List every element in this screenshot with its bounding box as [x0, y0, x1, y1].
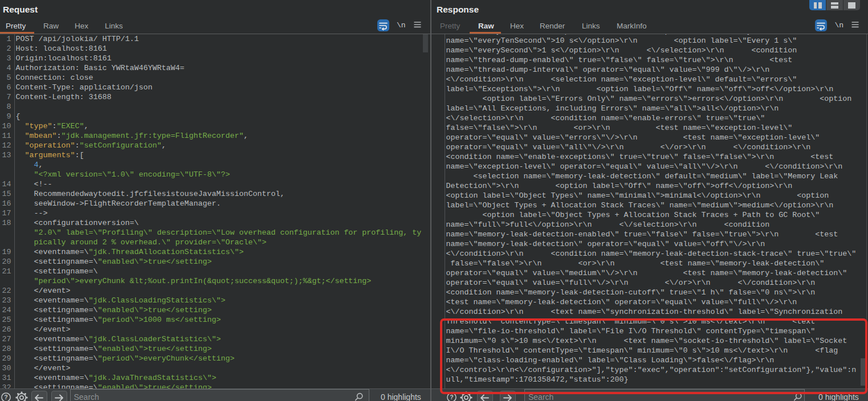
svg-text:?: ?: [4, 394, 7, 400]
svg-text:?: ?: [450, 394, 453, 400]
